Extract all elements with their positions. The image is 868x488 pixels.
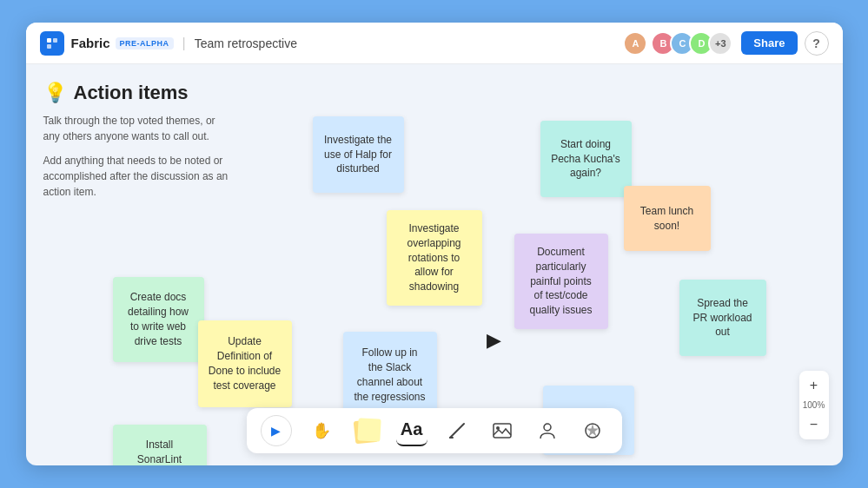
avatar-stack: B C D +3	[651, 31, 732, 56]
action-items-header: 💡 Action items	[43, 82, 235, 104]
svg-rect-0	[47, 38, 51, 43]
app-window: Fabric PRE-ALPHA | Team retrospective A …	[26, 23, 843, 465]
toolbar-image-button[interactable]	[487, 415, 518, 446]
play-icon: ▶	[271, 424, 281, 438]
share-button[interactable]: Share	[741, 31, 797, 55]
pre-alpha-badge: PRE-ALPHA	[116, 37, 174, 49]
sticky-create-docs[interactable]: Create docs detailing how to write web d…	[113, 277, 204, 362]
toolbar-stamp-button[interactable]	[532, 415, 563, 446]
zoom-controls: + 100% −	[799, 371, 829, 439]
action-items-desc2: Add anything that needs to be noted or a…	[43, 153, 235, 200]
toolbar-hand-button[interactable]: ✋	[306, 415, 337, 446]
sticky-rotations[interactable]: Investigate overlapping rotations to all…	[387, 210, 482, 306]
sticky-sonarlint[interactable]: Install SonarLint plugin to IntelliJ	[113, 425, 207, 465]
svg-point-7	[544, 424, 551, 431]
svg-rect-1	[53, 38, 57, 43]
bulb-icon: 💡	[43, 82, 67, 104]
zoom-level-display: 100%	[803, 399, 825, 412]
sticky-team-lunch[interactable]: Team lunch soon!	[624, 186, 711, 251]
text-icon: Aa	[401, 419, 423, 439]
svg-line-3	[450, 424, 464, 438]
toolbar-pen-button[interactable]	[441, 415, 473, 446]
pen-icon	[445, 419, 469, 443]
avatar-1: A	[623, 31, 647, 56]
action-items-desc1: Talk through the top voted themes, or an…	[43, 113, 235, 144]
header: Fabric PRE-ALPHA | Team retrospective A …	[26, 23, 843, 64]
toolbar: ▶ ✋ Aa	[247, 408, 622, 453]
action-items-title-text: Action items	[74, 82, 189, 104]
zoom-out-button[interactable]: −	[803, 413, 825, 436]
cursor-arrow: ▶	[487, 329, 501, 352]
svg-rect-2	[47, 44, 51, 49]
page-title: Team retrospective	[195, 36, 624, 50]
stamp-icon	[536, 419, 559, 442]
brand-name: Fabric	[71, 36, 110, 50]
toolbar-play-button[interactable]: ▶	[261, 415, 292, 446]
hand-icon: ✋	[312, 421, 331, 440]
canvas[interactable]: 💡 Action items Talk through the top vote…	[26, 64, 843, 465]
logo	[40, 31, 64, 56]
avatar-group: A B C D +3	[623, 31, 732, 56]
help-button[interactable]: ?	[805, 31, 829, 56]
toolbar-sticky-button[interactable]	[351, 415, 382, 446]
avatar-overflow: +3	[708, 31, 732, 56]
svg-rect-5	[494, 424, 511, 438]
zoom-in-button[interactable]: +	[803, 374, 825, 397]
sticky-spread-workload[interactable]: Spread the PR workload out	[679, 280, 766, 356]
toolbar-text-button[interactable]: Aa	[396, 415, 427, 446]
header-divider: |	[182, 36, 186, 51]
sticky-pecha-kucha[interactable]: Start doing Pecha Kucha's again?	[540, 121, 632, 197]
toolbar-shape-button[interactable]	[577, 415, 608, 446]
sticky-follow-up-slack[interactable]: Follow up in the Slack channel about the…	[343, 332, 437, 419]
shape-icon	[581, 419, 604, 442]
sticky-update-definition[interactable]: Update Definition of Done to include tes…	[198, 320, 292, 407]
image-icon	[491, 419, 514, 442]
sticky-document-painful[interactable]: Document particularly painful points of …	[514, 234, 608, 329]
left-panel: 💡 Action items Talk through the top vote…	[43, 82, 235, 208]
sticky-halp[interactable]: Investigate the use of Halp for disturbe…	[313, 116, 404, 193]
